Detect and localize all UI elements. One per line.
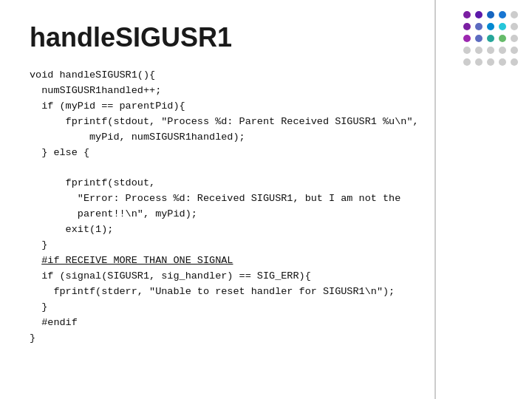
code-line-15: fprintf(stderr, "Unable to reset handler…	[30, 286, 395, 297]
code-line-2: numSIGUSR1handled++;	[30, 85, 161, 96]
code-line-14: if (signal(SIGUSR1, sig_handler) == SIG_…	[30, 270, 311, 282]
dot-8	[499, 23, 506, 30]
code-content: void handleSIGUSR1(){ numSIGUSR1handled+…	[30, 68, 502, 347]
dot-6	[475, 23, 482, 30]
code-line-8: fprintf(stdout,	[30, 177, 155, 188]
dot-2	[487, 11, 494, 18]
dot-18	[499, 47, 506, 54]
code-line-3: if (myPid == parentPid){	[30, 100, 185, 112]
code-line-13: #if RECEIVE_MORE_THAN_ONE_SIGNAL	[30, 255, 233, 266]
code-line-1: void handleSIGUSR1(){	[30, 69, 155, 81]
dot-17	[487, 47, 494, 54]
dot-24	[511, 58, 518, 66]
code-line-6: } else {	[30, 147, 89, 158]
code-line-16: }	[30, 301, 47, 313]
code-line-5: myPid, numSIGUSR1handled);	[30, 132, 245, 143]
dot-20	[463, 58, 471, 66]
code-line-4: fprintf(stdout, "Process %d: Parent Rece…	[30, 116, 419, 127]
code-line-11: exit(1);	[30, 224, 113, 235]
dot-23	[499, 58, 506, 66]
code-line-12: }	[30, 239, 47, 250]
vertical-divider	[434, 0, 436, 399]
code-line-9: "Error: Process %d: Received SIGUSR1, bu…	[30, 193, 400, 204]
code-line-17: #endif	[30, 317, 78, 328]
dot-9	[511, 23, 518, 30]
dot-decoration	[463, 11, 521, 69]
dot-7	[487, 23, 494, 30]
dot-3	[499, 11, 506, 18]
dot-16	[475, 47, 482, 54]
slide-title: handleSIGUSR1	[30, 22, 502, 53]
dot-14	[511, 35, 518, 42]
code-line-18: }	[30, 332, 35, 344]
dot-4	[511, 11, 518, 18]
dot-19	[511, 47, 518, 54]
dot-10	[463, 35, 471, 42]
dot-13	[499, 35, 506, 42]
dot-15	[463, 47, 471, 54]
dot-22	[487, 58, 494, 66]
dot-1	[475, 11, 482, 18]
dot-12	[487, 35, 494, 42]
dot-11	[475, 35, 482, 42]
dot-5	[463, 23, 471, 30]
dot-0	[463, 11, 471, 18]
code-line-10: parent!!\n", myPid);	[30, 208, 197, 219]
slide: handleSIGUSR1 void handleSIGUSR1(){ numS…	[0, 0, 532, 399]
dot-21	[475, 58, 482, 66]
